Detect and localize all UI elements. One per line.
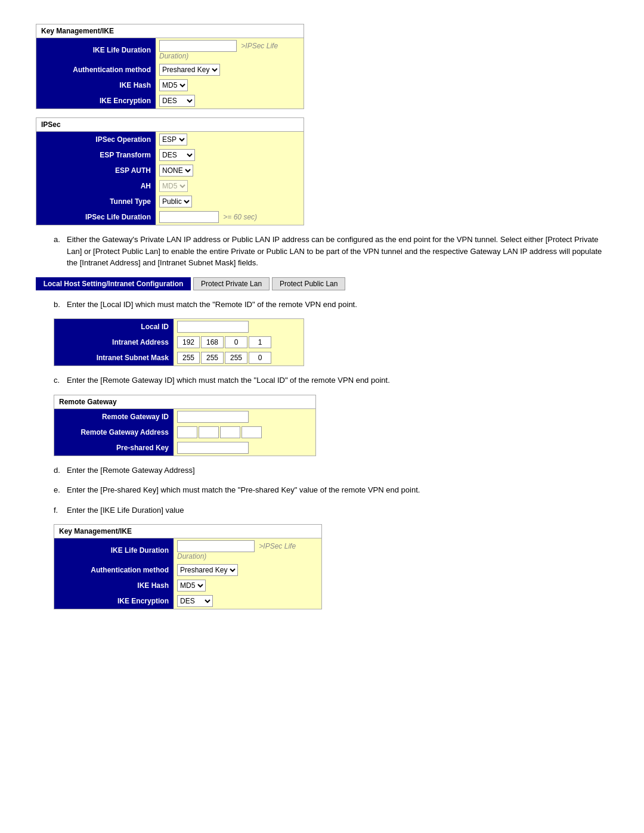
ike-encryption-bottom-value: DES	[174, 593, 321, 609]
intranet-addr-2[interactable]	[201, 336, 224, 348]
ike-encryption-value-top: DES	[156, 93, 304, 109]
intranet-address-label: Intranet Address	[54, 335, 174, 350]
auth-method-select-top[interactable]: Preshared Key	[159, 64, 220, 76]
subnet-mask-3[interactable]	[225, 352, 247, 364]
ike-life-duration-bottom-value: >IPSec Life Duration)	[174, 538, 321, 562]
ike-life-duration-bottom-input[interactable]	[177, 540, 255, 552]
para-d-letter: d.	[54, 465, 67, 476]
subnet-mask-1[interactable]	[177, 352, 200, 364]
pre-shared-key-label: Pre-shared Key	[54, 440, 174, 456]
subnet-mask-4[interactable]	[249, 352, 271, 364]
remote-gateway-box: Remote Gateway Remote Gateway ID Remote …	[54, 395, 316, 456]
local-id-row: Local ID	[54, 319, 304, 335]
auth-method-bottom-label: Authentication method	[54, 562, 174, 578]
key-management-bottom-title: Key Management/IKE	[54, 525, 321, 538]
local-id-label: Local ID	[54, 319, 174, 335]
para-a-text: Either the Gateway's Private LAN IP addr…	[67, 234, 608, 269]
ike-hash-select-top[interactable]: MD5	[159, 79, 188, 91]
ipsec-life-hint: >= 60 sec)	[221, 213, 257, 221]
tunnel-type-row: Tunnel Type Public	[36, 194, 304, 209]
ipsec-operation-row: IPSec Operation ESP	[36, 132, 304, 147]
ah-select[interactable]: MD5	[159, 180, 188, 192]
ike-hash-select-bottom[interactable]: MD5	[177, 580, 206, 592]
ipsec-box: IPSec IPSec Operation ESP ESP Transform …	[36, 117, 304, 225]
remote-gw-addr-2[interactable]	[199, 426, 219, 438]
remote-gateway-id-input[interactable]	[177, 411, 249, 423]
remote-gateway-id-label: Remote Gateway ID	[54, 409, 174, 425]
ike-hash-label-top: IKE Hash	[36, 78, 156, 93]
remote-gateway-id-value	[174, 409, 315, 425]
auth-method-bottom-value: Preshared Key	[174, 562, 321, 578]
remote-gateway-address-row: Remote Gateway Address	[54, 425, 315, 440]
ike-encryption-label-top: IKE Encryption	[36, 93, 156, 109]
ike-encryption-bottom-row: IKE Encryption DES	[54, 593, 321, 609]
ipsec-life-duration-value: >= 60 sec)	[156, 209, 304, 225]
ah-value: MD5	[156, 178, 304, 194]
ah-label: AH	[36, 178, 156, 194]
auth-method-select-bottom[interactable]: Preshared Key	[177, 564, 238, 576]
intranet-subnet-mask-label: Intranet Subnet Mask	[54, 350, 174, 366]
paragraph-e: e. Enter the [Pre-shared Key] which must…	[36, 484, 608, 496]
ipsec-title: IPSec	[36, 118, 304, 132]
esp-transform-row: ESP Transform DES	[36, 147, 304, 163]
paragraph-b: b. Enter the [Local ID] which must match…	[36, 299, 608, 311]
intranet-addr-3[interactable]	[225, 336, 247, 348]
ipsec-operation-select[interactable]: ESP	[159, 134, 187, 145]
auth-method-row-top: Authentication method Preshared Key	[36, 62, 304, 78]
ipsec-life-duration-label: IPSec Life Duration	[36, 209, 156, 225]
paragraph-a: a. Either the Gateway's Private LAN IP a…	[36, 234, 608, 269]
ike-hash-value-top: MD5	[156, 78, 304, 93]
para-f-text: Enter the [IKE Life Duration] value	[67, 504, 608, 516]
remote-gw-addr-4[interactable]	[242, 426, 262, 438]
paragraph-d: d. Enter the [Remote Gateway Address]	[36, 465, 608, 476]
protect-private-lan-button[interactable]: Protect Private Lan	[193, 277, 270, 290]
protect-public-lan-button[interactable]: Protect Public Lan	[272, 277, 345, 290]
esp-auth-value: NONE	[156, 163, 304, 178]
ike-life-duration-row: IKE Life Duration >IPSec Life Duration)	[36, 38, 304, 62]
ah-row: AH MD5	[36, 178, 304, 194]
esp-transform-select[interactable]: DES	[159, 149, 195, 161]
local-id-input[interactable]	[177, 321, 249, 333]
local-id-value	[174, 319, 304, 335]
esp-transform-label: ESP Transform	[36, 147, 156, 163]
ike-encryption-row-top: IKE Encryption DES	[36, 93, 304, 109]
intranet-subnet-mask-row: Intranet Subnet Mask	[54, 350, 304, 366]
local-host-box: Local ID Intranet Address Intranet Subne…	[54, 318, 304, 366]
para-f-letter: f.	[54, 504, 67, 516]
ipsec-life-duration-input[interactable]	[159, 211, 219, 223]
remote-gw-addr-1[interactable]	[177, 426, 197, 438]
ike-life-duration-input[interactable]	[159, 40, 237, 52]
esp-auth-row: ESP AUTH NONE	[36, 163, 304, 178]
ike-encryption-select-top[interactable]: DES	[159, 95, 195, 107]
tunnel-type-select[interactable]: Public	[159, 196, 192, 208]
ike-hash-bottom-row: IKE Hash MD5	[54, 578, 321, 593]
ike-hash-bottom-value: MD5	[174, 578, 321, 593]
esp-transform-value: DES	[156, 147, 304, 163]
ike-encryption-bottom-label: IKE Encryption	[54, 593, 174, 609]
remote-gateway-id-row: Remote Gateway ID	[54, 409, 315, 425]
pre-shared-key-value	[174, 440, 315, 456]
ike-encryption-select-bottom[interactable]: DES	[177, 595, 213, 607]
ipsec-operation-label: IPSec Operation	[36, 132, 156, 147]
para-c-letter: c.	[54, 374, 67, 386]
ipsec-operation-value: ESP	[156, 132, 304, 147]
intranet-addr-4[interactable]	[249, 336, 271, 348]
esp-auth-select[interactable]: NONE	[159, 165, 193, 176]
pre-shared-key-input[interactable]	[177, 442, 249, 454]
remote-gateway-title: Remote Gateway	[54, 395, 315, 409]
ike-life-duration-label: IKE Life Duration	[36, 38, 156, 62]
ike-life-duration-bottom-row: IKE Life Duration >IPSec Life Duration)	[54, 538, 321, 562]
intranet-subnet-mask-value	[174, 350, 304, 366]
intranet-address-value	[174, 335, 304, 350]
ipsec-life-duration-row: IPSec Life Duration >= 60 sec)	[36, 209, 304, 225]
key-management-top-title: Key Management/IKE	[36, 24, 304, 38]
key-management-bottom-box: Key Management/IKE IKE Life Duration >IP…	[54, 524, 322, 609]
auth-method-value-top: Preshared Key	[156, 62, 304, 78]
subnet-mask-2[interactable]	[201, 352, 224, 364]
remote-gw-addr-3[interactable]	[220, 426, 240, 438]
para-b-text: Enter the [Local ID] which must match th…	[67, 299, 608, 311]
remote-gateway-address-label: Remote Gateway Address	[54, 425, 174, 440]
intranet-addr-1[interactable]	[177, 336, 200, 348]
local-host-setting-label: Local Host Setting/Intranet Configuratio…	[36, 277, 191, 290]
ike-life-duration-value: >IPSec Life Duration)	[156, 38, 304, 62]
